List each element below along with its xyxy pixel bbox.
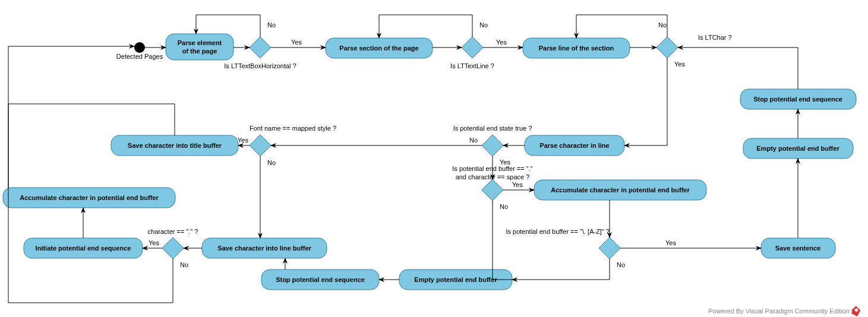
decision-d2-q: Is LTTextLine ? <box>450 62 494 69</box>
start-label: Detected Pages <box>116 53 163 60</box>
activity-initiate-end-label: Initiate potential end sequence <box>36 245 131 252</box>
activity-stop-end-right-label: Stop potential end sequence <box>753 96 842 103</box>
edge-d3-no <box>576 15 667 38</box>
decision-d3 <box>656 37 678 58</box>
label-no: No <box>617 261 625 268</box>
label-no: No <box>658 21 667 28</box>
decision-d8 <box>599 237 620 259</box>
edge-d8-no <box>512 259 610 280</box>
decision-d5-q: Font name == mapped style ? <box>250 125 336 132</box>
edge <box>678 47 798 89</box>
activity-parse-element <box>166 34 233 60</box>
activity-parse-line-label: Parse line of the section <box>539 45 614 52</box>
activity-parse-section-label: Parse section of the page <box>339 45 418 52</box>
decision-d4-q: Is potential end state true ? <box>453 125 532 132</box>
decision-d6 <box>482 179 503 201</box>
activity-save-line-label: Save character into line buffer <box>217 245 311 252</box>
decision-d8-q: Is potential end buffer == "\. [A-Z]" ? <box>506 228 610 235</box>
label-yes: Yes <box>149 239 159 246</box>
label-no: No <box>180 261 188 268</box>
label-yes: Yes <box>665 239 676 246</box>
edge-d2-no <box>379 15 472 38</box>
activity-accum-right-label: Accumulate character in potential end bu… <box>551 186 690 194</box>
activity-save-title-label: Save character into title buffer <box>128 142 222 149</box>
decision-d7 <box>162 237 184 259</box>
start-node <box>134 42 145 53</box>
label-no: No <box>500 203 508 210</box>
label-no: No <box>267 21 276 28</box>
label-yes: Yes <box>291 39 302 46</box>
activity-save-sentence-label: Save sentence <box>775 245 820 252</box>
label-yes: Yes <box>238 137 248 144</box>
label-yes: Yes <box>674 61 685 68</box>
activity-parse-element-label1: Parse element <box>178 39 222 46</box>
decision-d3-q: Is LTChar ? <box>698 34 732 41</box>
decision-d1 <box>250 37 271 58</box>
label-yes: Yes <box>496 39 507 46</box>
edge-d1-no <box>196 15 260 37</box>
label-no: No <box>267 159 276 166</box>
decision-d1-q: Is LTTextBoxHorizontal ? <box>224 62 296 69</box>
label-yes: Yes <box>512 181 523 188</box>
edge-d6-no-a <box>493 201 512 280</box>
decision-d4 <box>482 135 503 156</box>
watermark-text: Powered By Visual Paradigm Community Edi… <box>708 308 850 315</box>
label-no: No <box>479 21 488 28</box>
activity-empty-buf-lower-label: Empty potential end buffer <box>414 276 497 283</box>
activity-parse-element-label2: of the page <box>182 47 217 55</box>
activity-parse-char-label: Parse character in line <box>539 142 609 149</box>
label-no: No <box>469 137 478 144</box>
decision-d7-q: character == "." ? <box>148 228 198 235</box>
activity-empty-buf-right-label: Empty potential end buffer <box>756 145 839 152</box>
decision-d5 <box>250 135 271 156</box>
activity-accum-left-label: Accumulate character in potential end bu… <box>20 194 159 201</box>
label-yes: Yes <box>500 158 510 166</box>
activity-stop-end-lower-label: Stop potential end sequence <box>276 276 365 283</box>
decision-d2 <box>462 37 483 58</box>
edge-d3-yes <box>624 58 667 145</box>
